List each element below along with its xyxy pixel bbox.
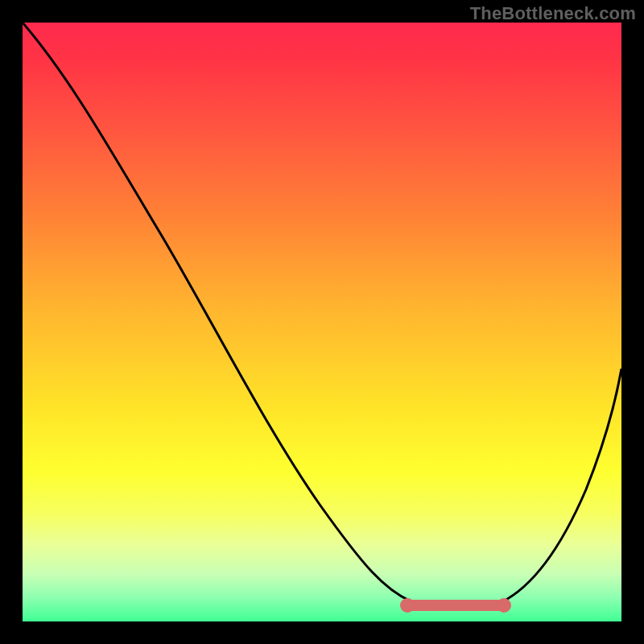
chart-frame: TheBottleneck.com xyxy=(0,0,644,644)
optimal-segment-end-dot xyxy=(497,598,511,613)
bottleneck-curve xyxy=(23,23,621,621)
optimal-segment-start-dot xyxy=(400,598,415,613)
curve-path xyxy=(23,23,621,609)
plot-area xyxy=(23,23,621,621)
watermark-text: TheBottleneck.com xyxy=(470,3,636,24)
